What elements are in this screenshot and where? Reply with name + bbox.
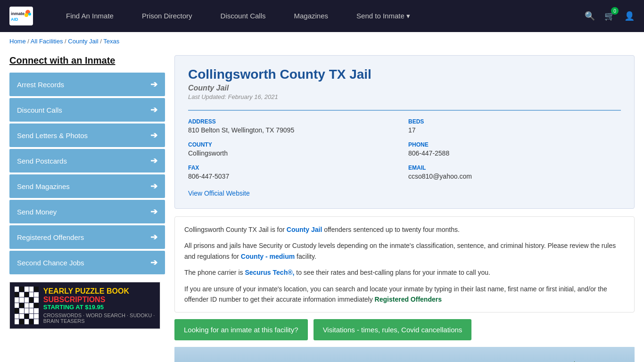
svg-point-4 [28,13,31,16]
beds-value: 17 [408,126,416,134]
main-content: Collingsworth County TX Jail County Jail… [174,55,635,362]
sidebar-label-arrest-records: Arrest Records [17,81,64,89]
facility-type: County Jail [188,84,621,92]
address-value: 810 Belton St, Wellington, TX 79095 [188,126,294,134]
official-website-link[interactable]: View Official Website [188,189,250,197]
main-container: Connect with an Inmate Arrest Records ➔ … [0,50,644,362]
breadcrumb: Home / All Facilities / County Jail / Te… [0,32,644,50]
facility-updated: Last Updated: February 16, 2021 [188,93,621,100]
county-label: COUNTY [188,141,401,148]
county-value: Collingsworth [188,149,228,157]
facility-photo [174,347,635,362]
chevron-right-icon: ➔ [150,156,157,166]
phone-field: PHONE 806-447-2588 [408,141,621,157]
user-icon[interactable]: 👤 [624,11,635,21]
action-buttons: Looking for an inmate at this facility? … [174,319,635,340]
sidebar-item-send-letters[interactable]: Send Letters & Photos ➔ [9,123,165,147]
sidebar-item-send-postcards[interactable]: Send Postcards ➔ [9,149,165,173]
email-value: ccso810@yahoo.com [408,173,472,180]
description-para2: All prisons and jails have Security or C… [184,240,625,262]
photo-placeholder [174,347,635,362]
chevron-right-icon: ➔ [150,105,157,115]
sidebar-item-send-magazines[interactable]: Send Magazines ➔ [9,174,165,198]
nav-links: Find An Inmate Prison Directory Discount… [52,0,585,32]
logo-image: inmate AID [9,7,33,25]
chevron-right-icon: ➔ [150,79,157,90]
svg-text:inmate: inmate [11,11,25,16]
visitations-button[interactable]: Visitations - times, rules, Covid cancel… [314,319,472,340]
beds-label: BEDS [408,118,621,125]
svg-rect-0 [10,8,33,25]
fax-label: FAX [188,165,401,171]
sidebar-item-registered-offenders[interactable]: Registered Offenders ➔ [9,225,165,249]
county-medium-link[interactable]: County - medium [241,253,295,260]
phone-value: 806-447-2588 [408,149,449,157]
facility-title: Collingsworth County TX Jail [188,67,621,82]
address-field: ADDRESS 810 Belton St, Wellington, TX 79… [188,118,401,134]
breadcrumb-home[interactable]: Home [9,38,26,45]
email-label: EMAIL [408,165,621,171]
chevron-right-icon: ➔ [150,206,157,217]
logo[interactable]: inmate AID [9,7,38,25]
county-field: COUNTY Collingsworth [188,141,401,157]
nav-prison-directory[interactable]: Prison Directory [128,0,206,32]
sidebar-item-send-money[interactable]: Send Money ➔ [9,200,165,223]
connect-title: Connect with an Inmate [9,55,165,66]
description-para4: If you are unsure of your inmate's locat… [184,284,625,305]
chevron-right-icon: ➔ [150,232,157,242]
nav-discount-calls[interactable]: Discount Calls [206,0,280,32]
securus-link[interactable]: Securus Tech®, [245,269,294,276]
breadcrumb-all-facilities[interactable]: All Facilities [31,38,63,45]
advertisement[interactable]: YEARLY PUZZLE BOOK SUBSCRIPTIONS STARTIN… [9,282,160,329]
nav-right: 🔍 🛒 0 👤 [585,11,635,21]
description-para3: The phone carrier is Securus Tech®, to s… [184,267,625,278]
ad-title-line1: YEARLY PUZZLE BOOK [43,287,129,295]
breadcrumb-state[interactable]: Texas [103,38,119,45]
sidebar-label-registered-offenders: Registered Offenders [17,233,84,241]
chevron-right-icon: ➔ [150,130,157,140]
sidebar-label-discount-calls: Discount Calls [17,106,62,114]
svg-point-5 [25,13,28,17]
looking-for-inmate-button[interactable]: Looking for an inmate at this facility? [174,319,308,340]
nav-find-inmate[interactable]: Find An Inmate [52,0,128,32]
ad-text: YEARLY PUZZLE BOOK SUBSCRIPTIONS STARTIN… [43,287,155,324]
ad-price: STARTING AT $19.95 [43,304,155,311]
ad-subtitle: CROSSWORDS · WORD SEARCH · SUDOKU · BRAI… [43,313,155,324]
fax-field: FAX 806-447-5037 [188,165,401,180]
ad-title-line2: SUBSCRIPTIONS [43,296,106,304]
phone-label: PHONE [408,141,621,148]
sidebar-item-discount-calls[interactable]: Discount Calls ➔ [9,98,165,122]
svg-text:AID: AID [11,17,18,22]
facility-card: Collingsworth County TX Jail County Jail… [174,55,635,209]
description-para1: Collingsworth County TX Jail is for Coun… [184,224,625,235]
sidebar-label-send-money: Send Money [17,208,57,216]
sidebar-item-arrest-records[interactable]: Arrest Records ➔ [9,73,165,96]
sidebar-label-send-postcards: Send Postcards [17,157,67,165]
sidebar-items: Arrest Records ➔ Discount Calls ➔ Send L… [9,73,165,274]
breadcrumb-county-jail[interactable]: County Jail [68,38,98,45]
cart-icon[interactable]: 🛒 0 [604,11,615,21]
fax-value: 806-447-5037 [188,173,229,180]
navbar: inmate AID Find An Inmate Prison Directo… [0,0,644,32]
email-field: EMAIL ccso810@yahoo.com [408,165,621,180]
sidebar-label-send-letters: Send Letters & Photos [17,132,88,140]
sidebar-item-second-chance-jobs[interactable]: Second Chance Jobs ➔ [9,251,165,274]
search-icon[interactable]: 🔍 [585,11,595,21]
chevron-right-icon: ➔ [150,181,157,191]
sidebar-label-second-chance-jobs: Second Chance Jobs [17,259,84,267]
beds-field: BEDS 17 [408,118,621,134]
facility-info-grid: ADDRESS 810 Belton St, Wellington, TX 79… [188,110,621,180]
description-section: Collingsworth County TX Jail is for Coun… [174,216,635,313]
sidebar-label-send-magazines: Send Magazines [17,182,70,190]
registered-offenders-link[interactable]: Registered Offenders [375,296,442,303]
nav-send-to-inmate[interactable]: Send to Inmate ▾ [342,0,424,32]
sidebar: Connect with an Inmate Arrest Records ➔ … [9,55,165,362]
address-label: ADDRESS [188,118,401,125]
ad-puzzle-image [15,287,39,324]
chevron-right-icon: ➔ [150,257,157,268]
nav-magazines[interactable]: Magazines [280,0,342,32]
county-jail-link[interactable]: County Jail [287,226,322,233]
cart-count: 0 [611,7,619,15]
